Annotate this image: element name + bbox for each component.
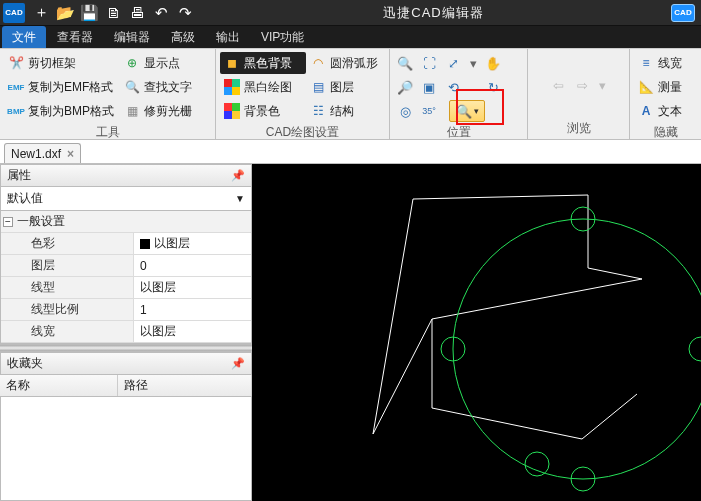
cad-badge-icon[interactable]: CAD bbox=[671, 4, 695, 22]
ribbon-label: 复制为EMF格式 bbox=[28, 79, 113, 96]
properties-panel-title[interactable]: 属性 📌 bbox=[0, 164, 252, 187]
ribbon-label: 线宽 bbox=[658, 55, 682, 72]
favorites-column-headers: 名称 路径 bbox=[0, 375, 252, 397]
bw-draw-button[interactable]: 黑白绘图 bbox=[220, 76, 306, 98]
trim-icon: ▦ bbox=[124, 103, 140, 119]
svg-rect-1 bbox=[232, 79, 240, 87]
property-row-linetype[interactable]: 线型 以图层 bbox=[1, 277, 251, 299]
favorites-panel-title[interactable]: 收藏夹 📌 bbox=[0, 352, 252, 375]
drawing-canvas[interactable] bbox=[252, 164, 701, 501]
zoom-window-button[interactable]: ⛶ bbox=[418, 52, 440, 74]
pin-icon[interactable]: 📌 bbox=[231, 357, 245, 370]
layers-icon: ▤ bbox=[310, 79, 326, 95]
svg-point-15 bbox=[525, 452, 549, 476]
undo-button[interactable]: ↶ bbox=[150, 2, 172, 24]
main-tab-strip: 文件 查看器 编辑器 高级 输出 VIP功能 bbox=[0, 26, 701, 48]
new-file-button[interactable]: ＋ bbox=[30, 2, 52, 24]
ribbon-label: 圆滑弧形 bbox=[330, 55, 378, 72]
svg-rect-6 bbox=[224, 111, 232, 119]
smooth-arc-button[interactable]: ◠ 圆滑弧形 bbox=[306, 52, 382, 74]
tab-editor[interactable]: 编辑器 bbox=[104, 26, 160, 48]
trim-raster-button[interactable]: ▦ 修剪光栅 bbox=[120, 100, 196, 122]
tab-advanced[interactable]: 高级 bbox=[161, 26, 205, 48]
property-row-linetype-scale[interactable]: 线型比例 1 bbox=[1, 299, 251, 321]
black-bg-button[interactable]: ◼ 黑色背景 bbox=[220, 52, 306, 74]
col-header-name[interactable]: 名称 bbox=[0, 375, 118, 396]
black-bg-icon: ◼ bbox=[224, 55, 240, 71]
bw-icon bbox=[224, 79, 240, 95]
ribbon-group-label: CAD绘图设置 bbox=[220, 122, 385, 141]
tab-file[interactable]: 文件 bbox=[2, 26, 46, 48]
ribbon-group-draw-settings: ◼ 黑色背景 黑白绘图 背景色 ◠ bbox=[216, 49, 390, 139]
col-header-path[interactable]: 路径 bbox=[118, 375, 252, 396]
pin-icon[interactable]: 📌 bbox=[231, 169, 245, 182]
property-row-color[interactable]: 色彩 以图层 bbox=[1, 233, 251, 255]
splitter[interactable] bbox=[0, 344, 252, 352]
bg-color-button[interactable]: 背景色 bbox=[220, 100, 306, 122]
copy-emf-button[interactable]: EMF 复制为EMF格式 bbox=[4, 76, 120, 98]
zoom-out-button[interactable]: 🔎 bbox=[394, 76, 416, 98]
show-point-button[interactable]: ⊕ 显示点 bbox=[120, 52, 196, 74]
document-tab-label: New1.dxf bbox=[11, 147, 61, 161]
tab-viewer[interactable]: 查看器 bbox=[47, 26, 103, 48]
crop-frame-button[interactable]: ✂️ 剪切框架 bbox=[4, 52, 120, 74]
copy-bmp-button[interactable]: BMP 复制为BMP格式 bbox=[4, 100, 120, 122]
svg-point-13 bbox=[689, 337, 701, 361]
save-button[interactable]: 💾 bbox=[78, 2, 100, 24]
svg-rect-4 bbox=[224, 103, 232, 111]
emf-icon: EMF bbox=[8, 79, 24, 95]
properties-default-dropdown[interactable]: 默认值 ▼ bbox=[0, 187, 252, 211]
linewidth-icon: ≡ bbox=[638, 55, 654, 71]
close-icon[interactable]: × bbox=[67, 147, 74, 161]
find-text-button[interactable]: 🔍 查找文字 bbox=[120, 76, 196, 98]
lineweight-button[interactable]: ≡ 线宽 bbox=[634, 52, 686, 74]
find-icon: 🔍 bbox=[124, 79, 140, 95]
zoom-in-button[interactable]: 🔍 bbox=[394, 52, 416, 74]
zoom-drop-button[interactable]: ▾ bbox=[466, 52, 480, 74]
ribbon-group-label: 隐藏 bbox=[634, 122, 697, 141]
save-as-button[interactable]: 🗎 bbox=[102, 2, 124, 24]
nav-back-button[interactable]: ⇦ bbox=[548, 74, 570, 96]
property-group-general[interactable]: − 一般设置 bbox=[1, 211, 251, 233]
svg-rect-2 bbox=[224, 87, 232, 95]
text-button[interactable]: A 文本 bbox=[634, 100, 686, 122]
collapse-icon[interactable]: − bbox=[3, 217, 13, 227]
color-swatch bbox=[140, 239, 150, 249]
pan-button[interactable]: ✋ bbox=[482, 52, 504, 74]
layers-button[interactable]: ▤ 图层 bbox=[306, 76, 382, 98]
property-group-label: 一般设置 bbox=[17, 213, 65, 230]
measure-button[interactable]: 📐 测量 bbox=[634, 76, 686, 98]
print-button[interactable]: 🖶 bbox=[126, 2, 148, 24]
drawing-svg bbox=[252, 164, 701, 501]
structure-button[interactable]: ☷ 结构 bbox=[306, 100, 382, 122]
precise-zoom-button[interactable]: ◎ bbox=[394, 100, 416, 122]
ribbon-label: 剪切框架 bbox=[28, 55, 76, 72]
ribbon-label: 黑白绘图 bbox=[244, 79, 292, 96]
measure-icon: 📐 bbox=[638, 79, 654, 95]
arc-icon: ◠ bbox=[310, 55, 326, 71]
nav-drop-button[interactable]: ▾ bbox=[596, 74, 610, 96]
zoom-prev-button[interactable]: ⟲ bbox=[442, 76, 464, 98]
property-row-layer[interactable]: 图层 0 bbox=[1, 255, 251, 277]
nav-fwd-button[interactable]: ⇨ bbox=[572, 74, 594, 96]
tab-output[interactable]: 输出 bbox=[206, 26, 250, 48]
redo-button[interactable]: ↷ bbox=[174, 2, 196, 24]
tab-vip[interactable]: VIP功能 bbox=[251, 26, 314, 48]
app-icon[interactable]: CAD bbox=[3, 3, 25, 23]
angle-button[interactable]: 35° bbox=[418, 100, 440, 122]
ribbon: ✂️ 剪切框架 EMF 复制为EMF格式 BMP 复制为BMP格式 ⊕ 显示点 bbox=[0, 48, 701, 140]
zoom-highlight-button[interactable]: 🔍▾ bbox=[449, 100, 485, 122]
zoom-extents-button[interactable]: ⤢ bbox=[442, 52, 464, 74]
quick-access-toolbar: ＋ 📂 💾 🗎 🖶 ↶ ↷ bbox=[28, 2, 196, 24]
favorites-body bbox=[0, 397, 252, 501]
property-row-lineweight[interactable]: 线宽 以图层 bbox=[1, 321, 251, 343]
bmp-icon: BMP bbox=[8, 103, 24, 119]
panel-title-label: 属性 bbox=[7, 167, 31, 184]
fit-button[interactable]: ▣ bbox=[418, 76, 440, 98]
rotate-button[interactable]: ↻ bbox=[482, 76, 504, 98]
title-bar: CAD ＋ 📂 💾 🗎 🖶 ↶ ↷ 迅捷CAD编辑器 CAD bbox=[0, 0, 701, 26]
open-file-button[interactable]: 📂 bbox=[54, 2, 76, 24]
document-tab[interactable]: New1.dxf × bbox=[4, 143, 81, 163]
ribbon-group-tools: ✂️ 剪切框架 EMF 复制为EMF格式 BMP 复制为BMP格式 ⊕ 显示点 bbox=[0, 49, 216, 139]
ribbon-label: 文本 bbox=[658, 103, 682, 120]
